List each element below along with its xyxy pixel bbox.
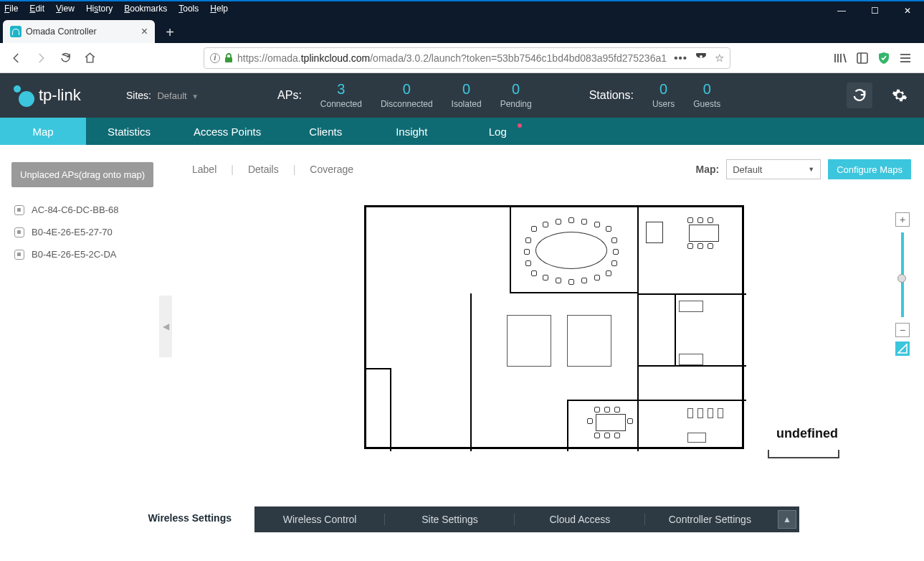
nav-insight[interactable]: Insight: [368, 118, 454, 145]
map-toolbar: Label | Details | Coverage Map: Default …: [192, 159, 911, 179]
menu-tools[interactable]: Tools: [178, 4, 199, 14]
ap-sidebar: Unplaced APs(drag onto map) AC-84-C6-DC-…: [0, 145, 179, 532]
scale-toggle[interactable]: [895, 341, 910, 356]
footer-expand-button[interactable]: ▲: [778, 510, 796, 529]
reader-icon[interactable]: [695, 53, 708, 63]
svg-point-1: [700, 55, 702, 58]
map-controls: Map: Default ▼ Configure Maps: [696, 159, 911, 179]
sidebar-collapse[interactable]: ◀: [159, 296, 172, 357]
stat-disconnected[interactable]: 0Disconnected: [381, 82, 433, 109]
footer-tab-cloud-access[interactable]: Cloud Access: [515, 506, 644, 532]
zoom-thumb[interactable]: [897, 274, 906, 283]
shield-icon[interactable]: [878, 52, 890, 65]
url-text: https://omada.tplinkcloud.com/omada/3.0.…: [237, 52, 670, 64]
window-controls: ― ☐ ✕: [825, 0, 924, 22]
map-canvas[interactable]: undefined + −: [192, 198, 911, 514]
menu-edit[interactable]: Edit: [29, 4, 44, 14]
tab-title: Omada Controller: [26, 27, 137, 37]
stat-connected[interactable]: 3Connected: [320, 82, 362, 109]
ap-stats: APs: 3Connected 0Disconnected 0Isolated …: [277, 82, 532, 109]
sites-selector[interactable]: Sites: Default ▼: [126, 89, 199, 102]
view-details[interactable]: Details: [248, 164, 279, 175]
window-close[interactable]: ✕: [891, 0, 924, 22]
zoom-slider[interactable]: [901, 232, 904, 317]
stations-label: Stations:: [589, 89, 634, 102]
ap-item[interactable]: AC-84-C6-DC-BB-68: [11, 199, 168, 221]
zoom-in-button[interactable]: +: [895, 212, 910, 227]
chevron-down-icon: ▼: [808, 166, 814, 173]
footer-tabs: Wireless Settings Wireless Control Site …: [125, 506, 799, 532]
browser-toolbar: i https://omada.tplinkcloud.com/omada/3.…: [0, 43, 924, 73]
nav-clients[interactable]: Clients: [282, 118, 368, 145]
stat-users[interactable]: 0Users: [652, 82, 675, 109]
tplink-icon: [11, 84, 34, 107]
footer-tab-wireless-settings[interactable]: Wireless Settings: [125, 504, 254, 532]
aps-label: APs:: [277, 89, 302, 102]
sidebar-icon[interactable]: [857, 52, 868, 64]
home-button[interactable]: [79, 47, 100, 69]
browser-menubar: File Edit View History Bookmarks Tools H…: [0, 0, 924, 16]
nav-access-points[interactable]: Access Points: [172, 118, 282, 145]
more-icon[interactable]: •••: [674, 52, 687, 64]
bookmark-star-icon[interactable]: ☆: [715, 52, 724, 65]
browser-tabstrip: ― ☐ ✕ Omada Controller × +: [0, 16, 924, 43]
svg-rect-2: [857, 53, 867, 63]
map-main: Label | Details | Coverage Map: Default …: [179, 145, 924, 532]
sites-value: Default: [157, 90, 186, 101]
badge-dot-icon: [518, 123, 522, 128]
app-header: tp-link Sites: Default ▼ APs: 3Connected…: [0, 73, 924, 118]
menu-history[interactable]: History: [86, 4, 113, 14]
reload-button[interactable]: [54, 47, 76, 69]
info-icon[interactable]: i: [210, 53, 220, 63]
brand-logo: tp-link: [11, 84, 112, 107]
library-icon[interactable]: [834, 52, 847, 64]
footer-tab-controller-settings[interactable]: Controller Settings: [645, 506, 775, 532]
configure-maps-button[interactable]: Configure Maps: [828, 159, 911, 179]
ap-icon: [14, 227, 24, 237]
map-select[interactable]: Default ▼: [726, 159, 821, 179]
menu-icon[interactable]: [900, 53, 911, 63]
lock-icon: [224, 53, 233, 63]
ap-icon: [14, 205, 24, 215]
sites-label: Sites:: [126, 90, 151, 101]
stat-pending[interactable]: 0Pending: [500, 82, 532, 109]
floorplan[interactable]: undefined: [364, 205, 744, 449]
nav-map[interactable]: Map: [0, 118, 86, 145]
nav-statistics[interactable]: Statistics: [86, 118, 172, 145]
brand-text: tp-link: [39, 86, 81, 105]
window-maximize[interactable]: ☐: [858, 0, 891, 22]
nav-log[interactable]: Log: [454, 118, 540, 145]
svg-rect-0: [225, 57, 232, 62]
ap-item[interactable]: B0-4E-26-E5-2C-DA: [11, 243, 168, 265]
window-minimize[interactable]: ―: [825, 0, 858, 22]
footer-tab-site-settings[interactable]: Site Settings: [385, 506, 515, 532]
ap-list: AC-84-C6-DC-BB-68 B0-4E-26-E5-27-70 B0-4…: [11, 199, 168, 265]
new-tab-button[interactable]: +: [159, 22, 181, 43]
station-stats: Stations: 0Users 0Guests: [589, 82, 721, 109]
menu-bookmarks[interactable]: Bookmarks: [124, 4, 167, 14]
stat-isolated[interactable]: 0Isolated: [452, 82, 482, 109]
footer-tab-wireless-control[interactable]: Wireless Control: [254, 506, 384, 532]
url-input[interactable]: i https://omada.tplinkcloud.com/omada/3.…: [204, 47, 730, 69]
wifi-icon: [10, 26, 22, 37]
stat-guests[interactable]: 0Guests: [693, 82, 720, 109]
map-overlay-text: undefined: [776, 426, 838, 441]
back-button[interactable]: [6, 47, 27, 69]
zoom-out-button[interactable]: −: [895, 323, 910, 337]
view-label[interactable]: Label: [192, 164, 216, 175]
browser-tab[interactable]: Omada Controller ×: [3, 20, 155, 43]
forward-button[interactable]: [30, 47, 52, 69]
unplaced-aps-header: Unplaced APs(drag onto map): [11, 162, 153, 187]
page-body: Unplaced APs(drag onto map) AC-84-C6-DC-…: [0, 145, 924, 532]
chevron-down-icon: ▼: [191, 93, 199, 100]
view-coverage[interactable]: Coverage: [310, 164, 353, 175]
view-options: Label | Details | Coverage: [192, 164, 353, 175]
close-icon[interactable]: ×: [141, 25, 148, 38]
menu-file[interactable]: File: [4, 4, 18, 14]
refresh-button[interactable]: [847, 82, 872, 108]
toolbar-right: [834, 52, 918, 65]
settings-button[interactable]: [887, 82, 913, 108]
ap-item[interactable]: B0-4E-26-E5-27-70: [11, 221, 168, 243]
menu-view[interactable]: View: [56, 4, 75, 14]
menu-help[interactable]: Help: [210, 4, 228, 14]
